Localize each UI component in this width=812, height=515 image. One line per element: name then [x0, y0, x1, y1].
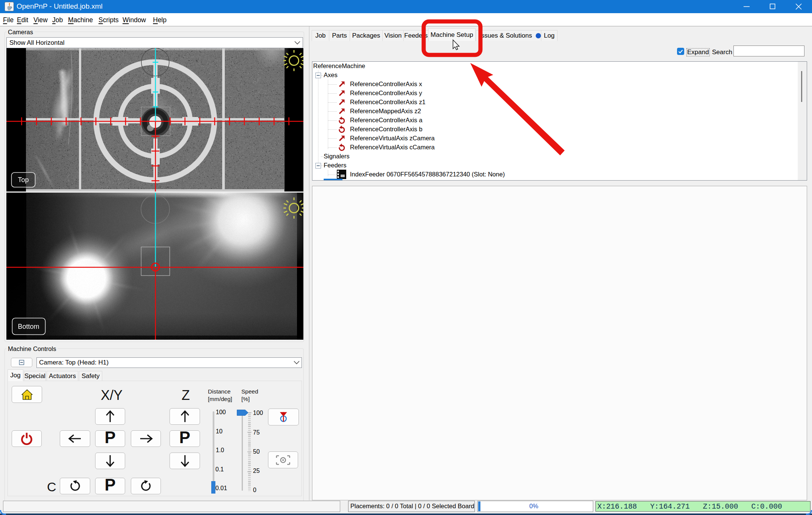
svg-text:Top: Top: [18, 176, 29, 184]
svg-text:Bottom: Bottom: [18, 323, 39, 330]
